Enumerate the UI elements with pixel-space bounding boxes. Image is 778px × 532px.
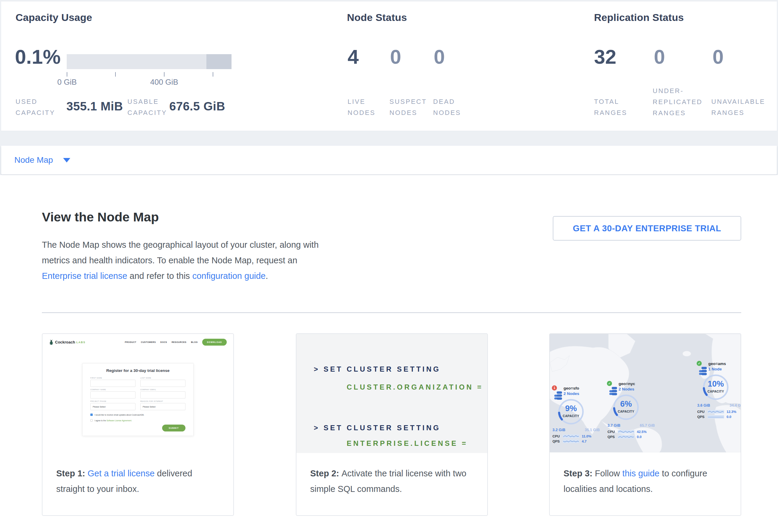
cpu-label: CPU [552, 435, 563, 438]
company-email-field: COMPANY EMAIL [140, 387, 185, 398]
trial-registration-form: Register for a 30-day trial license FIRS… [82, 363, 193, 436]
sql-cluster-organization: CLUSTER.ORGANIZATION = [347, 383, 483, 391]
mini-site-nav: PRODUCT CUSTOMERS DOCS RESOURCES BLOG [125, 341, 198, 343]
locality-name: geo=sfo [563, 386, 579, 390]
this-guide-link[interactable]: this guide [622, 469, 659, 478]
section-divider [42, 312, 741, 313]
capacity-axis-tick [67, 72, 67, 77]
project-phase-select: Please Select [90, 403, 136, 410]
qps-value: 0.0 [637, 435, 642, 439]
capacity-percent: 9% [556, 404, 586, 413]
capacity-percent: 10% [701, 379, 731, 389]
qps-value: 4.7 [582, 440, 587, 443]
capacity-label: CAPACITY [611, 409, 641, 413]
total-capacity: 34.4 GiB [729, 403, 741, 407]
cpu-row: CPU 42.5% [608, 430, 657, 434]
company-email-label: COMPANY EMAIL [140, 389, 185, 390]
cockroach-labs-logo: Cockroach LABS [49, 339, 86, 345]
software-license-link: Software License Agreement. [106, 420, 132, 422]
capacity-percent: 6% [611, 399, 641, 409]
step1-prefix: Step 1: [56, 469, 88, 478]
used-capacity: 3.7 GiB [608, 424, 620, 428]
cluster-summary-panel: Capacity Usage 0.1% 0 GiB 400 GiB USED C… [1, 1, 777, 131]
cpu-value: 11.0% [582, 435, 591, 438]
total-ranges-count: 32 [594, 45, 617, 68]
company-name-field: COMPANY NAME [90, 387, 136, 398]
step3-prefix: Step 3: [563, 469, 595, 478]
last-name-field: LAST NAME [140, 375, 185, 387]
page-title: View the Node Map [42, 210, 159, 224]
map-locality-ams: ✓ geo=ams 1 Node 10% CAPACITY 3.6 GiB [696, 361, 741, 421]
view-selector-bar: Node Map [1, 146, 777, 174]
roach-icon [49, 339, 54, 345]
qps-sparkline-icon [618, 435, 634, 439]
email-updates-text: I would like to receive email updates ab… [94, 414, 144, 416]
enterprise-trial-license-link[interactable]: Enterprise trial license [42, 271, 127, 281]
qps-row: QPS 0.0 [697, 415, 741, 419]
total-capacity: 35.1 GiB [585, 428, 600, 432]
map-locality-sfo: 1 geo=sfo 2 Nodes 9% CAPACITY 3.2 GiB [551, 385, 602, 445]
company-email-input [140, 391, 185, 398]
locality-name: geo=nyc [619, 381, 635, 386]
download-pill: DOWNLOAD [202, 339, 227, 346]
suspect-nodes-count: 0 [390, 45, 401, 68]
intro-paragraph: The Node Map shows the geographical layo… [42, 237, 327, 284]
locality-name: geo=ams [708, 362, 726, 366]
qps-label: QPS [608, 435, 618, 439]
usable-capacity-label: USABLE CAPACITY [128, 96, 167, 118]
step2-card: > SET CLUSTER SETTING CLUSTER.ORGANIZATI… [296, 333, 488, 516]
intro-text-before: The Node Map shows the geographical layo… [42, 240, 319, 265]
dead-nodes-count: 0 [434, 45, 445, 68]
qps-row: QPS 4.7 [552, 440, 602, 443]
nav-resources: RESOURCES [172, 341, 187, 343]
under-replicated-label: UNDER- REPLICATED RANGES [653, 85, 703, 119]
node-map-view-dropdown[interactable]: Node Map [14, 146, 70, 174]
node-map-preview: 1 geo=sfo 2 Nodes 9% CAPACITY 3.2 GiB [550, 334, 741, 453]
capacity-axis-tick [115, 72, 116, 77]
cpu-value: 12.3% [726, 410, 736, 413]
reason-select: Please Select [140, 403, 185, 410]
unavailable-ranges-count: 0 [712, 45, 723, 68]
error-badge-icon: 1 [552, 385, 557, 390]
qps-value: 0.0 [726, 415, 731, 419]
cpu-row: CPU 11.0% [552, 435, 602, 438]
under-replicated-count: 0 [654, 45, 665, 68]
first-name-input [90, 380, 136, 387]
used-capacity-value: 355.1 MiB [66, 100, 123, 113]
first-name-field: FIRST NAME [90, 375, 136, 387]
locality-node-count: 1 Node [708, 367, 722, 371]
node-status-title: Node Status [347, 12, 407, 23]
ok-badge-icon: ✓ [697, 361, 702, 366]
map-locality-nyc: ✓ geo=nyc 2 Nodes 6% CAPACITY 3.7 GiB [606, 381, 657, 441]
project-phase-label: PROJECT PHASE [90, 400, 136, 402]
email-updates-checkbox-row: I would like to receive email updates ab… [90, 413, 185, 416]
step3-caption: Step 3: Follow this guide to configure l… [550, 453, 741, 497]
license-agree-text: I agree to the Software License Agreemen… [94, 420, 132, 422]
project-phase-field: PROJECT PHASE Please Select [90, 398, 136, 410]
brand-suffix: LABS [76, 341, 86, 344]
nav-blog: BLOG [191, 341, 198, 343]
capacity-axis-label-400: 400 GiB [140, 77, 188, 87]
locality-node-count: 2 Nodes [619, 387, 634, 391]
qps-row: QPS 0.0 [608, 435, 657, 439]
nav-product: PRODUCT [125, 341, 136, 343]
sql-set-cluster-setting-1: > SET CLUSTER SETTING [314, 365, 441, 373]
capacity-axis-tick [213, 72, 213, 77]
company-name-input [90, 391, 136, 398]
configuration-guide-link[interactable]: configuration guide [192, 271, 265, 281]
capacity-bar [67, 54, 232, 69]
cpu-label: CPU [697, 410, 707, 413]
capacity-usage-title: Capacity Usage [15, 12, 92, 23]
submit-pill: SUBMIT [162, 425, 185, 432]
total-ranges-label: TOTAL RANGES [594, 96, 627, 118]
qps-sparkline-icon [707, 415, 724, 419]
cpu-sparkline-icon [563, 435, 579, 438]
cpu-value: 42.5% [637, 430, 647, 434]
capacity-ring: 6% CAPACITY [611, 392, 641, 422]
capacity-axis-tick [164, 72, 164, 77]
brand-name: Cockroach [55, 340, 75, 345]
get-trial-license-link[interactable]: Get a trial license [88, 469, 155, 478]
cpu-row: CPU 12.3% [697, 410, 741, 413]
capacity-range: 3.7 GiB 65.7 GiB [608, 424, 655, 428]
enterprise-trial-button[interactable]: GET A 30-DAY ENTERPRISE TRIAL [553, 216, 741, 241]
